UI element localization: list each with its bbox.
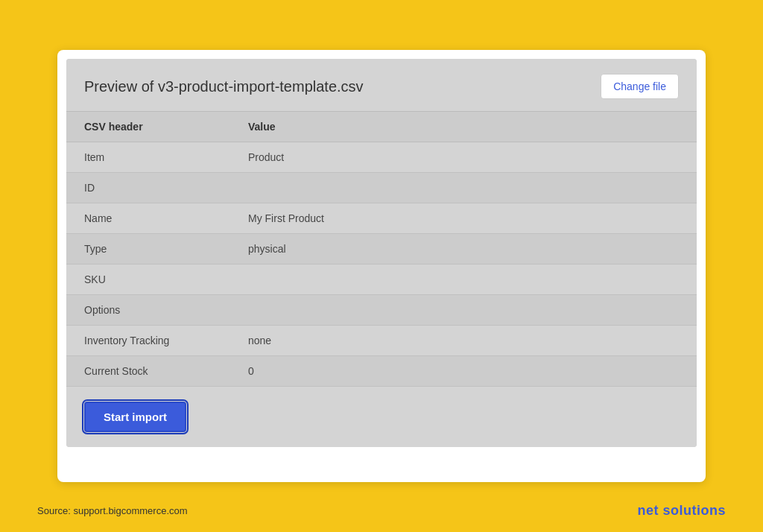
card-header: Preview of v3-product-import-template.cs… <box>66 59 697 111</box>
table-container: CSV header Value Item Product ID Name My… <box>66 111 697 387</box>
source-text: Source: support.bigcommerce.com <box>37 505 188 516</box>
cell-value: My First Product <box>248 212 679 224</box>
brand-part1: net <box>637 503 662 518</box>
table-row: Type physical <box>66 234 697 265</box>
cell-value <box>248 304 679 316</box>
cell-value <box>248 182 679 194</box>
cell-csv-header: Current Stock <box>84 365 248 377</box>
brand-text: net solutions <box>637 503 726 519</box>
cell-value: Product <box>248 151 679 163</box>
table-row: ID <box>66 173 697 203</box>
table-header-row: CSV header Value <box>66 111 697 142</box>
inner-card: Preview of v3-product-import-template.cs… <box>66 59 697 447</box>
cell-value: none <box>248 335 679 346</box>
table-row: Options <box>66 295 697 326</box>
cell-csv-header: Name <box>84 212 248 224</box>
cell-csv-header: SKU <box>84 273 248 285</box>
column-header-csv: CSV header <box>84 121 248 133</box>
change-file-button[interactable]: Change file <box>601 74 679 99</box>
footer-area: Start import <box>66 387 697 447</box>
bottom-bar: Source: support.bigcommerce.com net solu… <box>37 503 726 519</box>
cell-csv-header: Options <box>84 304 248 316</box>
cell-csv-header: Inventory Tracking <box>84 335 248 346</box>
brand-part2: solutions <box>663 503 726 518</box>
cell-value <box>248 273 679 285</box>
cell-csv-header: Type <box>84 243 248 255</box>
main-card: Preview of v3-product-import-template.cs… <box>57 50 706 482</box>
cell-value: physical <box>248 243 679 255</box>
table-rows-container: Item Product ID Name My First Product Ty… <box>66 142 697 387</box>
table-row: Inventory Tracking none <box>66 326 697 356</box>
page-title: Preview of v3-product-import-template.cs… <box>84 78 364 95</box>
table-row: Current Stock 0 <box>66 356 697 387</box>
column-header-value: Value <box>248 121 679 133</box>
table-row: SKU <box>66 265 697 295</box>
table-row: Name My First Product <box>66 203 697 234</box>
cell-value: 0 <box>248 365 679 377</box>
cell-csv-header: Item <box>84 151 248 163</box>
cell-csv-header: ID <box>84 182 248 194</box>
table-row: Item Product <box>66 142 697 173</box>
start-import-button[interactable]: Start import <box>84 402 186 432</box>
